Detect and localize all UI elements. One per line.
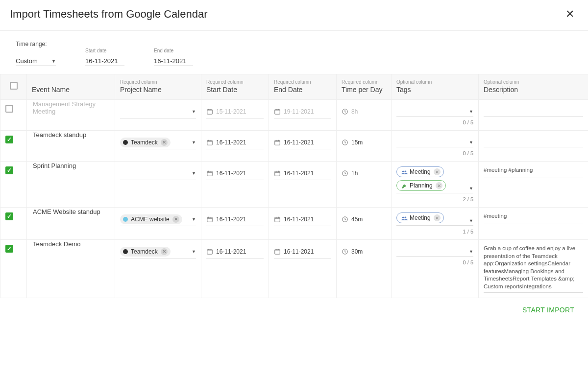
- description-input[interactable]: [484, 136, 583, 147]
- project-select[interactable]: ACME website✕▼: [120, 212, 196, 226]
- event-name-cell: Teamdeck standup: [27, 131, 115, 162]
- tag-label: Planning: [410, 182, 433, 189]
- start-date-cell: 16-11-2021: [201, 131, 269, 162]
- calendar-icon: [274, 108, 281, 115]
- tag-count: 0 / 5: [396, 119, 473, 125]
- tag-pill[interactable]: Planning✕: [396, 180, 446, 191]
- time-per-day-input[interactable]: 30m: [342, 245, 386, 258]
- description-input[interactable]: #meeting #planning: [484, 166, 583, 178]
- row-select-cell: [0, 240, 27, 298]
- event-name-cell: ACME Website standup: [27, 208, 115, 240]
- end-date-value: 19-11-2021: [284, 108, 314, 115]
- description-cell: #meeting #planning: [479, 162, 588, 208]
- calendar-icon: [206, 108, 213, 115]
- header-end-date: Required column End Date: [269, 74, 337, 100]
- tags-select[interactable]: Meeting✕▼: [396, 212, 473, 226]
- time-per-day-cell: 45m: [337, 208, 392, 240]
- start-date-input[interactable]: 15-11-2021: [206, 105, 264, 118]
- tags-select[interactable]: ▼: [396, 245, 473, 257]
- select-all-checkbox[interactable]: [10, 82, 18, 90]
- end-date-input[interactable]: 16-11-2021: [274, 245, 331, 258]
- end-date-label: End date: [154, 48, 193, 53]
- start-date-cell: 16-11-2021: [201, 240, 269, 298]
- calendar-icon: [206, 139, 213, 146]
- row-select-checkbox[interactable]: [5, 245, 13, 253]
- col-desc-label: Description: [484, 86, 583, 94]
- tags-cell: ▼0 / 5: [392, 131, 479, 162]
- description-cell: [479, 131, 588, 162]
- tags-select[interactable]: Meeting✕Planning✕▼: [396, 166, 473, 193]
- time-range-controls: Time range: Custom ▼ Start date 16-11-20…: [0, 31, 588, 74]
- header-select-all: [0, 74, 27, 100]
- start-date-input[interactable]: 16-11-2021: [206, 166, 264, 180]
- time-per-day-input[interactable]: 1h: [342, 166, 386, 180]
- time-per-day-input[interactable]: 45m: [342, 212, 386, 226]
- svg-point-38: [402, 217, 404, 219]
- end-date-cell: 19-11-2021: [269, 100, 337, 131]
- description-input[interactable]: Grab a cup of coffee and enjoy a live pr…: [484, 245, 583, 293]
- start-date-input[interactable]: 16-11-2021: [85, 55, 124, 66]
- end-date-input[interactable]: 16-11-2021: [274, 166, 331, 180]
- chevron-down-icon: ▼: [192, 249, 196, 254]
- chevron-down-icon: ▼: [192, 109, 196, 114]
- tag-pill[interactable]: Meeting✕: [396, 166, 444, 177]
- time-per-day-input[interactable]: 15m: [342, 136, 386, 149]
- start-date-input[interactable]: 16-11-2021: [206, 136, 264, 149]
- project-chip[interactable]: Teamdeck✕: [120, 247, 171, 257]
- time-range-preset-value: Custom: [16, 57, 38, 65]
- col-time-hint: Required column: [342, 79, 386, 85]
- start-date-value: 16-11-2021: [216, 216, 246, 223]
- time-per-day-cell: 30m: [337, 240, 392, 298]
- description-cell: Grab a cup of coffee and enjoy a live pr…: [479, 240, 588, 298]
- start-date-cell: 16-11-2021: [201, 208, 269, 240]
- start-date-cell: 15-11-2021: [201, 100, 269, 131]
- remove-tag-icon[interactable]: ✕: [436, 182, 442, 189]
- tags-cell: ▼0 / 5: [392, 100, 479, 131]
- row-select-checkbox[interactable]: [5, 136, 13, 143]
- project-select[interactable]: ▼: [120, 105, 196, 118]
- time-per-day-input[interactable]: 8h: [342, 105, 386, 118]
- svg-rect-9: [207, 140, 213, 144]
- end-date-input[interactable]: 16-11-2021: [274, 136, 331, 149]
- tag-pill[interactable]: Meeting✕: [396, 212, 444, 223]
- col-project-hint: Required column: [120, 79, 196, 85]
- project-chip-label: Teamdeck: [131, 139, 158, 146]
- end-date-input[interactable]: 19-11-2021: [274, 105, 331, 118]
- close-icon[interactable]: ✕: [565, 9, 574, 20]
- svg-rect-4: [275, 109, 280, 114]
- remove-project-icon[interactable]: ✕: [161, 139, 168, 146]
- end-date-value: 16-11-2021: [284, 216, 314, 223]
- row-select-checkbox[interactable]: [5, 166, 13, 174]
- time-per-day-value: 1h: [351, 170, 358, 177]
- start-date-input[interactable]: 16-11-2021: [206, 212, 264, 226]
- time-range-preset-select[interactable]: Custom ▼: [16, 55, 56, 66]
- remove-project-icon[interactable]: ✕: [161, 248, 168, 255]
- tags-select[interactable]: ▼: [396, 105, 473, 117]
- project-select[interactable]: Teamdeck✕▼: [120, 136, 196, 149]
- remove-tag-icon[interactable]: ✕: [434, 168, 441, 175]
- time-per-day-cell: 8h: [337, 100, 392, 131]
- remove-tag-icon[interactable]: ✕: [434, 214, 441, 221]
- description-input[interactable]: [484, 105, 583, 117]
- description-input[interactable]: #meeting: [484, 212, 583, 224]
- project-chip-label: Teamdeck: [131, 248, 158, 255]
- project-select[interactable]: Teamdeck✕▼: [120, 245, 196, 258]
- row-select-checkbox[interactable]: [5, 105, 13, 113]
- start-date-input[interactable]: 16-11-2021: [206, 245, 264, 258]
- remove-project-icon[interactable]: ✕: [172, 216, 179, 223]
- project-chip[interactable]: ACME website✕: [120, 214, 182, 224]
- col-start-hint: Required column: [206, 79, 264, 85]
- project-select[interactable]: ▼: [120, 166, 196, 180]
- start-date-value: 15-11-2021: [216, 108, 246, 115]
- start-date-value: 16-11-2021: [216, 170, 246, 177]
- tags-select[interactable]: ▼: [396, 136, 473, 147]
- project-chip[interactable]: Teamdeck✕: [120, 138, 171, 147]
- end-date-input[interactable]: 16-11-2021: [154, 55, 193, 66]
- start-import-button[interactable]: START IMPORT: [522, 306, 574, 314]
- table-row: Sprint Planning▼16-11-202116-11-20211hMe…: [0, 162, 588, 208]
- row-select-checkbox[interactable]: [5, 212, 13, 220]
- col-tags-hint: Optional column: [396, 79, 473, 85]
- end-date-input[interactable]: 16-11-2021: [274, 212, 331, 226]
- project-chip-label: ACME website: [131, 216, 170, 223]
- start-date-field: Start date 16-11-2021: [85, 48, 124, 66]
